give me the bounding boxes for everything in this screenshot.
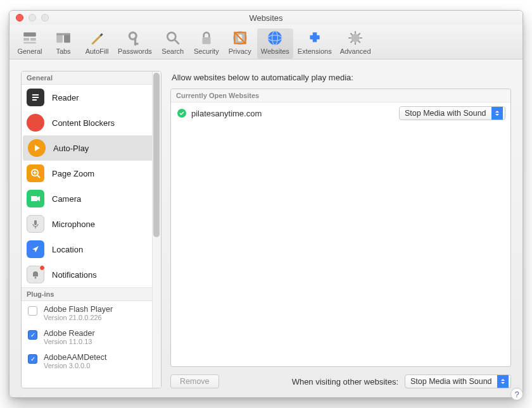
- sidebar-item-page-zoom[interactable]: Page Zoom: [22, 161, 161, 186]
- plugin-checkbox[interactable]: [28, 354, 37, 364]
- svg-point-17: [268, 31, 282, 45]
- svg-marker-45: [495, 114, 499, 116]
- preferences-window: Websites General Tabs AutoFill Passwords: [9, 10, 523, 398]
- site-setting-select[interactable]: Stop Media with Sound: [399, 106, 505, 120]
- svg-line-25: [351, 33, 353, 35]
- svg-point-10: [167, 32, 175, 40]
- svg-marker-47: [501, 382, 505, 384]
- tab-extensions[interactable]: Extensions: [294, 28, 336, 59]
- sidebar-item-location[interactable]: Location: [22, 237, 161, 262]
- main-panel: Allow websites below to automatically pl…: [170, 71, 511, 388]
- tab-websites[interactable]: Websites: [257, 28, 293, 59]
- websites-icon: [267, 30, 283, 46]
- tab-autofill[interactable]: AutoFill: [80, 28, 113, 59]
- tab-search[interactable]: Search: [156, 28, 189, 59]
- sidebar-item-notifications[interactable]: Notifications: [22, 262, 161, 287]
- plugin-item-reader[interactable]: Adobe Reader Version 11.0.13: [22, 325, 161, 349]
- footer-row: Remove When visiting other websites: Sto…: [170, 374, 511, 388]
- security-icon: [198, 30, 215, 46]
- svg-rect-31: [32, 99, 37, 101]
- tab-tabs[interactable]: Tabs: [47, 28, 80, 59]
- svg-rect-40: [34, 220, 37, 225]
- auto-play-icon: [28, 139, 46, 157]
- svg-line-35: [37, 175, 40, 178]
- svg-line-28: [358, 33, 360, 35]
- tab-security[interactable]: Security: [190, 28, 223, 59]
- website-list: Currently Open Websites pilatesanytime.c…: [170, 89, 511, 367]
- sidebar-scrollbar-thumb[interactable]: [153, 73, 160, 237]
- sidebar-item-content-blockers[interactable]: Content Blockers: [22, 110, 161, 135]
- svg-marker-42: [32, 246, 39, 252]
- select-arrow-icon: [491, 107, 503, 120]
- svg-rect-6: [56, 33, 70, 35]
- passwords-icon: [127, 30, 143, 46]
- svg-marker-33: [35, 145, 40, 151]
- svg-rect-29: [32, 94, 39, 96]
- svg-rect-12: [202, 37, 210, 44]
- website-row[interactable]: pilatesanytime.com Stop Media with Sound: [171, 102, 510, 124]
- camera-icon: [27, 190, 44, 207]
- site-domain: pilatesanytime.com: [191, 109, 262, 118]
- svg-point-43: [35, 277, 37, 279]
- search-icon: [165, 30, 181, 46]
- default-setting-select[interactable]: Stop Media with Sound: [405, 374, 511, 388]
- svg-rect-5: [64, 35, 70, 43]
- reader-icon: [27, 89, 44, 106]
- svg-rect-38: [31, 196, 37, 201]
- prefs-toolbar: General Tabs AutoFill Passwords Search: [10, 25, 522, 59]
- select-arrow-icon: [497, 375, 509, 388]
- microphone-icon: [27, 215, 44, 233]
- svg-line-11: [175, 40, 179, 44]
- svg-marker-44: [495, 111, 499, 113]
- content-area: General Reader Content Blockers: [10, 59, 522, 397]
- content-blockers-icon: [27, 114, 44, 132]
- svg-line-27: [351, 40, 353, 42]
- notifications-icon: [27, 266, 44, 283]
- general-icon: [22, 30, 38, 46]
- default-setting-label: When visiting other websites:: [292, 377, 398, 386]
- svg-marker-32: [29, 116, 42, 129]
- sidebar-item-auto-play[interactable]: Auto-Play: [23, 135, 160, 161]
- tab-advanced[interactable]: Advanced: [336, 28, 375, 59]
- list-header: Currently Open Websites: [171, 89, 510, 102]
- sidebar-header-plugins: Plug-ins: [22, 287, 161, 301]
- svg-line-26: [358, 40, 360, 42]
- svg-rect-0: [23, 32, 36, 37]
- panel-header: Allow websites below to automatically pl…: [172, 73, 511, 82]
- titlebar: Websites: [10, 11, 522, 25]
- tab-privacy[interactable]: Privacy: [224, 28, 256, 59]
- tab-general[interactable]: General: [13, 28, 46, 59]
- svg-rect-4: [56, 35, 63, 43]
- sidebar-scroll[interactable]: General Reader Content Blockers: [22, 71, 161, 388]
- advanced-icon: [347, 30, 364, 46]
- svg-marker-46: [501, 379, 505, 381]
- notifications-badge: [39, 265, 45, 271]
- sidebar: General Reader Content Blockers: [21, 71, 162, 388]
- sidebar-item-microphone[interactable]: Microphone: [22, 211, 161, 237]
- plugin-checkbox[interactable]: [28, 330, 37, 340]
- tabs-icon: [55, 30, 72, 46]
- svg-rect-30: [32, 97, 39, 98]
- remove-button[interactable]: Remove: [170, 374, 219, 388]
- svg-rect-9: [134, 43, 139, 45]
- tab-passwords[interactable]: Passwords: [114, 28, 156, 59]
- help-button[interactable]: ?: [510, 388, 523, 398]
- autofill-icon: [89, 30, 105, 46]
- svg-marker-39: [37, 196, 40, 201]
- plugin-checkbox[interactable]: [28, 306, 37, 316]
- extensions-icon: [307, 30, 323, 46]
- plugin-item-aamdetect[interactable]: AdobeAAMDetect Version 3.0.0.0: [22, 349, 161, 373]
- sidebar-item-reader[interactable]: Reader: [22, 85, 161, 110]
- svg-rect-1: [23, 38, 29, 40]
- sidebar-item-camera[interactable]: Camera: [22, 186, 161, 211]
- privacy-icon: [232, 30, 248, 46]
- location-icon: [27, 240, 44, 258]
- svg-rect-3: [23, 42, 36, 44]
- plugin-item-flash[interactable]: Adobe Flash Player Version 21.0.0.226: [22, 301, 161, 325]
- sidebar-scrollbar[interactable]: [152, 71, 161, 388]
- window-title: Websites: [10, 13, 522, 23]
- svg-rect-2: [30, 38, 36, 40]
- sidebar-header-general: General: [22, 71, 161, 85]
- site-status-icon: [177, 109, 186, 118]
- page-zoom-icon: [27, 164, 44, 182]
